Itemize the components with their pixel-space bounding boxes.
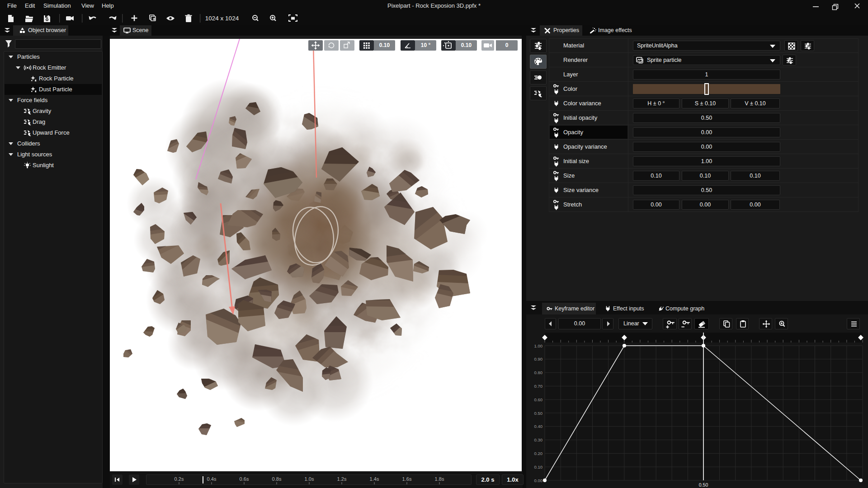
svg-text:0.30: 0.30 bbox=[534, 437, 543, 442]
svg-text:1024 x 1024: 1024 x 1024 bbox=[205, 15, 239, 22]
svg-text:0.50: 0.50 bbox=[699, 482, 708, 488]
svg-text:0.70: 0.70 bbox=[534, 384, 543, 389]
svg-text:0.80: 0.80 bbox=[534, 370, 543, 375]
svg-text:0.10: 0.10 bbox=[534, 465, 543, 469]
svg-text:0.50: 0.50 bbox=[534, 411, 543, 416]
svg-text:0.40: 0.40 bbox=[534, 424, 543, 429]
svg-text:0.90: 0.90 bbox=[534, 357, 543, 361]
svg-text:0.00: 0.00 bbox=[534, 478, 543, 483]
svg-text:1.00: 1.00 bbox=[534, 343, 543, 348]
svg-text:0.20: 0.20 bbox=[534, 451, 543, 456]
svg-text:0.60: 0.60 bbox=[534, 397, 543, 402]
